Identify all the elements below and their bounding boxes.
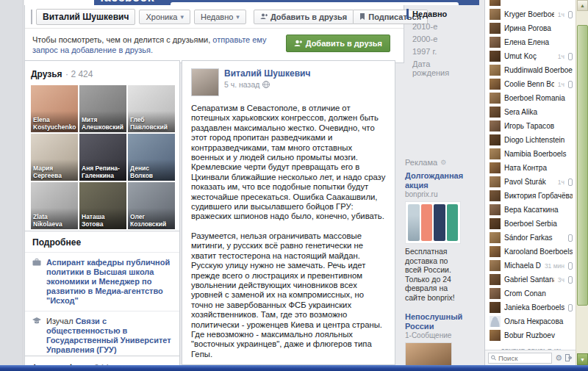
post-author-link[interactable]: Виталий Шушкевич <box>224 68 310 79</box>
chat-friend-row[interactable]: Вера Касаткина <box>490 203 573 217</box>
chat-last-active: 1ч <box>558 81 564 88</box>
chat-friend-row[interactable]: Diogo Lichtenstein <box>490 133 573 147</box>
post-card: Виталий Шушкевич 5 ч. назад Сепаратизм в… <box>182 60 395 365</box>
chat-friend-name: Namibia Boerboels <box>504 150 573 158</box>
ad-title-link[interactable]: Непослушный России <box>405 312 464 331</box>
chat-search-input[interactable] <box>498 354 549 362</box>
friend-photo[interactable]: Глеб Павловский <box>128 85 175 132</box>
friends-count: · 2 424 <box>65 69 93 79</box>
chat-friend-row[interactable]: Ирина Рогова <box>490 21 573 35</box>
facebook-logo[interactable]: facebook <box>100 0 154 4</box>
chat-friend-name: Coolie Benn Boerboel <box>504 80 554 88</box>
chat-friend-avatar <box>490 246 501 257</box>
ad-image[interactable] <box>405 201 461 244</box>
add-friend-button[interactable]: Добавить в друзья <box>254 10 354 24</box>
chat-friend-row[interactable]: Boerboel Serbia <box>490 217 573 231</box>
ad-dating[interactable]: Непослушный России 1-Сообщение Вы понрав… <box>405 312 464 371</box>
chat-friend-name: Bobur Ruzboev <box>504 331 573 339</box>
chat-friend-name: Crom Conan <box>504 289 573 298</box>
chat-friend-row-partial[interactable] <box>490 0 573 7</box>
mobile-icon <box>568 304 573 311</box>
chat-friend-row[interactable]: Michaela Dubekova31 мин <box>490 259 573 273</box>
friend-photo[interactable]: Zlata Nikolaeva <box>31 182 78 229</box>
profile-avatar[interactable] <box>31 10 32 24</box>
add-friend-green-label: Добавить в друзья <box>306 39 382 48</box>
chat-friend-row[interactable]: Sándor Farkas <box>490 231 573 245</box>
chat-friend-row[interactable]: Sera Alika <box>490 105 573 119</box>
friend-photo[interactable]: Наташа Зотова <box>79 182 126 229</box>
chat-friend-row[interactable]: Gabriel Santana Andrade3ч <box>490 273 573 287</box>
post-author-avatar[interactable] <box>191 68 219 96</box>
ad-bonprix[interactable]: Долгожданная акция bonprix.ru Бесплатная… <box>405 171 464 302</box>
work-text: Аспирант кафедры публичной политики в Вы… <box>46 258 172 306</box>
friend-name: Глеб Павловский <box>128 111 175 132</box>
friend-photo[interactable]: Мария Сергеева <box>31 134 78 181</box>
browser-scrollbar[interactable]: ▲ ▼ <box>576 0 588 365</box>
chat-friend-row[interactable]: Namibia Boerboels <box>490 147 573 161</box>
timeline-nav-birthday[interactable]: Дата рождения <box>406 59 464 78</box>
chat-friend-avatar <box>490 51 501 62</box>
chat-friend-row[interactable]: Bobur Ruzboev <box>490 328 573 342</box>
chat-friend-row[interactable]: Pavol Šturák1ч <box>490 175 573 189</box>
chat-friend-row[interactable]: Виктория Горбачёва <box>490 189 573 203</box>
timeline-nav-2000s[interactable]: 2000-е <box>406 34 464 44</box>
chat-friend-row[interactable]: Umut Koç1ч <box>490 49 573 63</box>
chat-search-box[interactable] <box>488 353 552 364</box>
chat-last-active: 3ч <box>558 276 564 284</box>
chat-last-active: 31 мин <box>545 262 564 270</box>
facebook-header-bar: facebook <box>94 0 479 5</box>
toolbar-actions: Добавить в друзья Подписаться <box>254 10 428 24</box>
recent-filter-button[interactable]: Недавно ▾ <box>194 10 246 24</box>
add-friend-green-button[interactable]: Добавить в друзья <box>286 35 390 52</box>
chat-friend-row[interactable]: Crom Conan <box>490 287 573 300</box>
chat-friend-name: Sera Alika <box>504 108 573 116</box>
scroll-up-button[interactable]: ▲ <box>577 0 588 11</box>
work-link[interactable]: Аспирант кафедры публичной политики в Вы… <box>46 258 170 305</box>
chat-friend-row[interactable]: Ruddinwald Boerboel <box>490 63 573 77</box>
friends-box-title[interactable]: Друзья <box>31 69 62 79</box>
briefcase-icon <box>32 258 41 306</box>
post-timestamp[interactable]: 5 ч. назад <box>224 80 310 89</box>
chevron-down-icon: ▾ <box>180 13 184 21</box>
chat-friend-name: Boerboel Serbia <box>504 220 573 228</box>
logout-icon[interactable] <box>565 354 573 361</box>
chat-friend-row[interactable]: Ната Контра <box>490 161 573 175</box>
ads-settings-icon[interactable]: ⚙ <box>440 159 446 166</box>
chat-friend-row[interactable]: Coolie Benn Boerboel1ч <box>490 77 573 91</box>
chat-friend-row[interactable]: Елена Елена <box>490 35 573 49</box>
gear-icon[interactable]: ⚙ <box>555 354 562 362</box>
chat-friend-row[interactable]: Karooland Boerboels <box>490 245 573 259</box>
chat-friend-avatar <box>490 93 501 104</box>
timeline-nav-2010s[interactable]: 2010-е <box>406 21 464 32</box>
profile-name-button[interactable]: Виталий Шушкевич <box>36 9 135 25</box>
add-friend-label: Добавить в друзья <box>270 12 347 21</box>
chat-friend-row[interactable]: Игорь Тарасов <box>490 119 573 133</box>
chat-friend-name: Boerboel Romania <box>504 94 573 102</box>
chat-friend-row[interactable]: Janieka Boerboels <box>490 300 573 314</box>
friend-photo[interactable]: Олег Козловский <box>128 182 175 229</box>
friend-photo[interactable]: Денис Волков <box>128 134 175 181</box>
timeline-nav-recent[interactable]: Недавно <box>406 9 464 19</box>
chat-friend-row[interactable]: Kryger Boerboele1ч <box>490 7 573 21</box>
friend-photo[interactable]: Elena Kostyuchenko <box>31 85 78 132</box>
ad-body-text: Бесплатная доставка по всей России. Толь… <box>405 247 464 302</box>
chat-friend-row[interactable]: Ольга Некрасова <box>490 314 573 328</box>
chat-friend-row[interactable]: Boerboel Romania <box>490 91 573 105</box>
scroll-down-button[interactable]: ▼ <box>577 353 588 365</box>
add-friend-icon <box>294 40 302 47</box>
mobile-icon <box>568 11 573 18</box>
chat-friend-name: Diogo Lichtenstein <box>504 136 573 144</box>
friend-photo[interactable]: Митя Алешковский <box>79 85 126 132</box>
friend-photo[interactable]: Аня Репина-Галенкина <box>79 134 126 181</box>
timeline-button[interactable]: Хроника ▾ <box>139 10 190 24</box>
friend-name: Олег Козловский <box>128 208 175 229</box>
ad-title-link[interactable]: Долгожданная акция <box>405 171 464 190</box>
mobile-icon <box>568 53 573 60</box>
scrollbar-thumb[interactable] <box>577 25 588 306</box>
chat-friend-name: Umut Koç <box>504 52 554 60</box>
ads-header: Реклама ⚙ <box>405 158 464 167</box>
chat-friend-name: Ната Контра <box>504 164 573 172</box>
chat-friend-avatar <box>490 274 501 285</box>
chevron-down-icon: ▾ <box>236 13 240 21</box>
timeline-nav-1997[interactable]: 1997 г. <box>406 46 464 57</box>
